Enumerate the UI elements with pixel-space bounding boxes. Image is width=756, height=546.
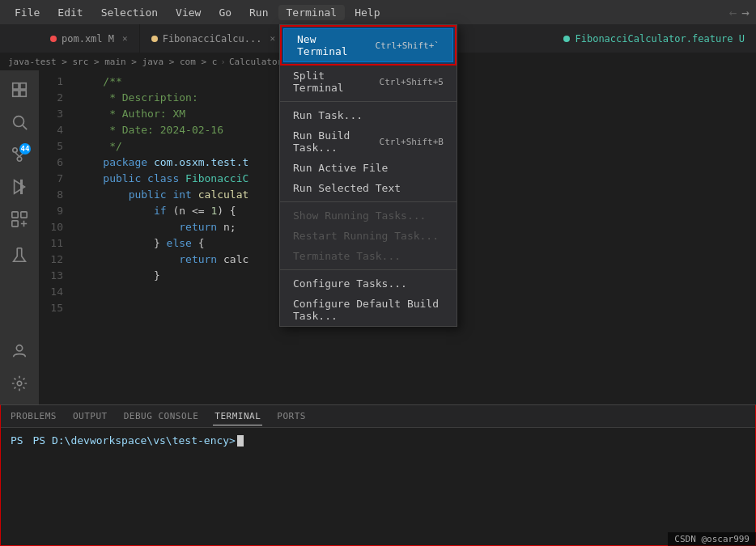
activity-search-icon[interactable]	[6, 109, 32, 135]
tab-pom[interactable]: pom.xml M ✕	[39, 24, 140, 53]
svg-rect-12	[21, 180, 22, 194]
menu-bar: File Edit Selection View Go Run Terminal…	[0, 0, 756, 24]
terminal-tab-debug[interactable]: DEBUG CONSOLE	[122, 408, 201, 425]
breadcrumb-sep: ›	[220, 57, 226, 67]
watermark-text: CSDN @oscar999	[674, 534, 750, 544]
dropdown-configure-default-build-label: Configure Default Build Task...	[293, 298, 444, 322]
terminal-tab-output[interactable]: OUTPUT	[71, 408, 109, 425]
menu-run[interactable]: Run	[241, 5, 276, 20]
dropdown-configure-tasks[interactable]: Configure Tasks...	[280, 273, 457, 294]
dropdown-new-terminal-label: New Terminal	[297, 33, 359, 57]
terminal-tabs-row: PROBLEMS OUTPUT DEBUG CONSOLE TERMINAL P…	[1, 405, 755, 428]
terminal-body[interactable]: PS PS D:\devworkspace\vs\test-ency>	[1, 428, 755, 545]
menu-file[interactable]: File	[6, 5, 48, 20]
svg-rect-3	[20, 91, 26, 96]
dropdown-run-selected-text[interactable]: Run Selected Text	[280, 178, 457, 198]
dropdown-run-active-file-label: Run Active File	[293, 162, 388, 174]
dropdown-terminate-task: Terminate Task...	[280, 246, 457, 266]
dropdown-show-running-tasks-label: Show Running Tasks...	[293, 210, 426, 222]
dropdown-menu: New Terminal Ctrl+Shift+` Split Terminal…	[279, 24, 457, 327]
nav-arrows: ← →	[729, 5, 750, 20]
dropdown-sep2	[280, 201, 457, 202]
tab-feature-label: FibonacciCalculator.feature U	[575, 33, 745, 44]
svg-rect-15	[12, 221, 18, 226]
nav-forward-icon[interactable]: →	[741, 5, 750, 20]
dropdown-terminate-task-label: Terminate Task...	[293, 250, 401, 262]
svg-rect-14	[21, 212, 27, 218]
tab-feature[interactable]: FibonacciCalculator.feature U	[552, 24, 756, 53]
dropdown-sep3	[280, 269, 457, 270]
activity-scm-icon[interactable]: 44	[6, 142, 32, 167]
terminal-tab-problems[interactable]: PROBLEMS	[9, 408, 58, 425]
dropdown-split-terminal-label: Split Terminal	[293, 70, 363, 94]
tab-fib-close[interactable]: ✕	[270, 33, 275, 44]
dropdown-sep1	[280, 101, 457, 102]
menu-items: File Edit Selection View Go Run Terminal…	[6, 5, 388, 20]
svg-rect-0	[13, 83, 19, 89]
svg-point-18	[17, 381, 22, 386]
menu-view[interactable]: View	[168, 5, 209, 20]
watermark: CSDN @oscar999	[668, 532, 756, 546]
dropdown-configure-default-build[interactable]: Configure Default Build Task...	[280, 294, 457, 326]
tab-dot-yellow	[151, 36, 158, 42]
dropdown-run-task-label: Run Task...	[293, 109, 363, 121]
line-numbers: 12345 678910 1112131415	[39, 70, 70, 316]
tab-dot-red	[50, 36, 57, 42]
svg-point-6	[13, 148, 18, 153]
tab-pom-close[interactable]: ✕	[122, 33, 128, 44]
activity-bar: 44	[0, 70, 39, 404]
svg-line-9	[15, 152, 20, 157]
menu-edit[interactable]: Edit	[49, 5, 91, 20]
svg-rect-2	[13, 91, 19, 96]
dropdown-run-build-task-label: Run Build Task...	[293, 129, 363, 154]
dropdown-run-task[interactable]: Run Task...	[280, 105, 457, 125]
prompt-ps: PS	[11, 434, 23, 447]
activity-explorer-icon[interactable]	[6, 77, 32, 103]
svg-rect-1	[20, 83, 26, 89]
svg-point-4	[14, 116, 24, 127]
dropdown-configure-tasks-label: Configure Tasks...	[293, 277, 407, 290]
dropdown-run-active-file[interactable]: Run Active File	[280, 158, 457, 178]
breadcrumb-path: java-test > src > main > java > com > c	[8, 57, 217, 67]
activity-extensions-icon[interactable]	[6, 206, 32, 232]
dropdown-split-terminal-shortcut: Ctrl+Shift+5	[380, 77, 444, 87]
menu-terminal[interactable]: Terminal	[278, 5, 346, 20]
activity-account-icon[interactable]	[6, 338, 32, 364]
activity-run-icon[interactable]	[6, 174, 32, 200]
terminal-cursor	[237, 435, 244, 447]
menu-go[interactable]: Go	[210, 5, 240, 20]
dropdown-show-running-tasks: Show Running Tasks...	[280, 205, 457, 226]
dropdown-new-terminal-shortcut: Ctrl+Shift+`	[376, 40, 440, 51]
dropdown-restart-running-task: Restart Running Task...	[280, 226, 457, 246]
dropdown-run-build-task[interactable]: Run Build Task... Ctrl+Shift+B	[280, 125, 457, 158]
dropdown-new-terminal[interactable]: New Terminal Ctrl+Shift+`	[284, 29, 452, 61]
tab-fib[interactable]: FibonacciCalcu... ✕	[140, 24, 287, 53]
dropdown-restart-running-task-label: Restart Running Task...	[293, 230, 439, 242]
menu-help[interactable]: Help	[346, 5, 388, 20]
nav-back-icon[interactable]: ←	[729, 5, 737, 20]
dropdown-run-build-task-shortcut: Ctrl+Shift+B	[380, 137, 444, 147]
tab-feature-dot	[563, 36, 570, 42]
scm-badge: 44	[19, 143, 31, 154]
dropdown-split-terminal[interactable]: Split Terminal Ctrl+Shift+5	[280, 66, 457, 98]
terminal-prompt: PS PS D:\devworkspace\vs\test-ency>	[11, 434, 745, 447]
dropdown-run-selected-text-label: Run Selected Text	[293, 182, 401, 194]
menu-selection[interactable]: Selection	[93, 5, 166, 20]
svg-point-8	[17, 157, 22, 162]
terminal-panel: PROBLEMS OUTPUT DEBUG CONSOLE TERMINAL P…	[0, 404, 756, 546]
activity-bottom	[6, 338, 32, 404]
svg-line-5	[23, 125, 27, 129]
terminal-tab-ports[interactable]: PORTS	[275, 408, 308, 425]
svg-rect-13	[12, 212, 18, 218]
terminal-tab-terminal[interactable]: TERMINAL	[213, 408, 262, 425]
tab-fib-label: FibonacciCalcu...	[163, 33, 262, 44]
tab-pom-label: pom.xml M	[62, 33, 114, 44]
svg-point-17	[16, 345, 22, 351]
activity-settings-icon[interactable]	[6, 370, 32, 396]
svg-marker-11	[15, 180, 25, 194]
activity-testing-icon[interactable]	[6, 242, 32, 268]
prompt-path: PS D:\devworkspace\vs\test-ency>	[32, 434, 235, 447]
